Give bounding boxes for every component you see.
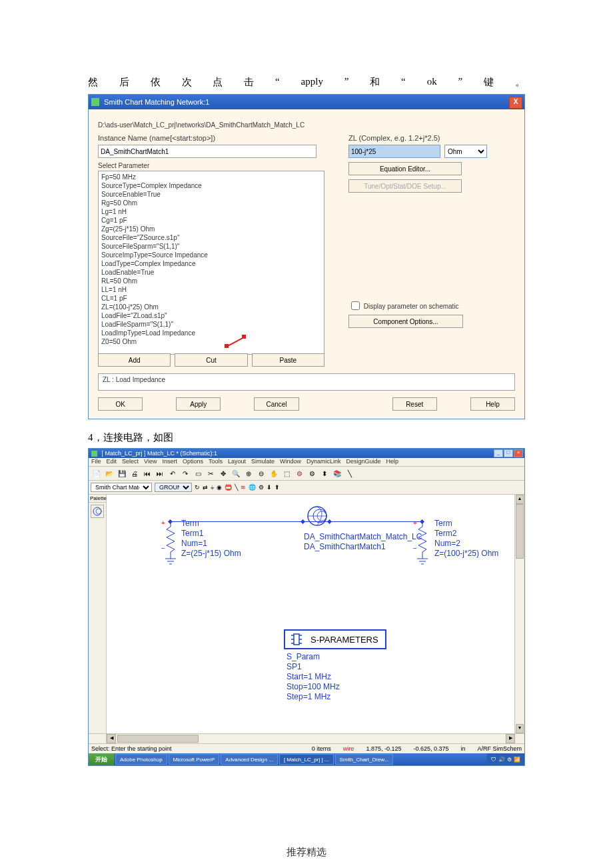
sim-icon[interactable]: ⚙ — [293, 467, 305, 479]
zl-unit-select[interactable]: Ohm — [444, 145, 487, 158]
status-items: 0 items — [312, 745, 331, 752]
undo-icon[interactable]: ↶ — [167, 467, 179, 479]
menu-insert[interactable]: Insert — [162, 458, 177, 466]
close-icon[interactable]: × — [514, 449, 523, 457]
menu-file[interactable]: File — [91, 458, 101, 466]
scroll-left-icon[interactable]: ◀ — [107, 734, 116, 743]
tray-icon[interactable]: 🔊 — [498, 757, 505, 763]
menu-edit[interactable]: Edit — [107, 458, 117, 466]
menu-layout[interactable]: Layout — [228, 458, 246, 466]
minimize-icon[interactable]: _ — [494, 449, 503, 457]
redo-icon[interactable]: ↷ — [179, 467, 191, 479]
system-tray[interactable]: 🛡 🔊 ⚙ 📶 — [487, 753, 524, 765]
tune-icon[interactable]: ⬍ — [318, 467, 330, 479]
reset-button[interactable]: Reset — [392, 397, 437, 411]
open-icon[interactable]: 📂 — [103, 467, 115, 479]
push-icon[interactable]: ⬇ — [267, 484, 272, 491]
fit-icon[interactable]: ⬚ — [281, 467, 293, 479]
status-left: Select: Enter the starting point — [91, 745, 172, 752]
schematic-canvas[interactable]: + − Term Term1 Num=1 Z=(25-j*15) Ohm — [107, 495, 514, 733]
task-item-active[interactable]: [ Match_LC_prj ] ... — [279, 754, 334, 765]
zl-value-input[interactable] — [348, 145, 440, 158]
component-options-button[interactable]: Component Options... — [348, 315, 463, 328]
ok-button[interactable]: OK — [98, 397, 143, 411]
menu-tools[interactable]: Tools — [209, 458, 223, 466]
new-icon[interactable]: 📄 — [91, 467, 103, 479]
vertical-scrollbar[interactable]: ▲ ▼ — [514, 495, 524, 733]
tray-icon[interactable]: 📶 — [514, 757, 520, 763]
menu-select[interactable]: Select — [122, 458, 139, 466]
apply-button[interactable]: Apply — [176, 397, 221, 411]
schematic-titlebar[interactable]: [ Match_LC_prj ] Match_LC * (Schematic):… — [89, 449, 524, 458]
menu-window[interactable]: Window — [280, 458, 301, 466]
cancel-button[interactable]: Cancel — [254, 397, 299, 411]
horizontal-scrollbar[interactable]: ◀ ▶ — [89, 733, 524, 743]
add-button[interactable]: Add — [98, 353, 171, 367]
palette-combo[interactable]: Smith Chart Matching — [91, 483, 152, 492]
zoom-icon[interactable]: 🔍 — [230, 467, 242, 479]
name-icon[interactable]: 📛 — [225, 484, 232, 491]
task-item[interactable]: Microsoft PowerP — [169, 754, 220, 765]
display-param-checkbox[interactable] — [351, 301, 360, 310]
menu-designguide[interactable]: DesignGuide — [346, 458, 381, 466]
rect-icon[interactable]: ▭ — [192, 467, 204, 479]
task-item[interactable]: Smith_Chart_Drew... — [335, 754, 394, 765]
zoomin-icon[interactable]: ⊕ — [243, 467, 255, 479]
close-icon[interactable]: X — [509, 97, 522, 109]
end2-icon[interactable]: ⏭ — [154, 467, 166, 479]
parameter-listbox[interactable]: Fp=50 MHz SourceType=Complex Impedance S… — [98, 171, 324, 355]
menu-options[interactable]: Options — [183, 458, 203, 466]
status-coord1: 1.875, -0.125 — [366, 745, 401, 752]
move-icon[interactable]: ✥ — [217, 467, 229, 479]
sparam-icon — [288, 632, 305, 647]
save-icon[interactable]: 💾 — [116, 467, 128, 479]
equation-editor-button[interactable]: Equation Editor... — [348, 162, 462, 175]
scroll-down-icon[interactable]: ▼ — [516, 724, 524, 733]
wire2-icon[interactable]: ╲ — [235, 484, 238, 491]
instance-name-input[interactable] — [98, 145, 316, 158]
scroll-up-icon[interactable]: ▲ — [516, 495, 524, 504]
menu-dynamiclink[interactable]: DynamicLink — [306, 458, 341, 466]
zoomout-icon[interactable]: ⊖ — [255, 467, 267, 479]
port-icon[interactable]: ◉ — [217, 484, 222, 491]
cut-button[interactable]: Cut — [175, 353, 247, 367]
gear2-icon[interactable]: ⚙ — [259, 484, 264, 491]
scroll-right-icon[interactable]: ▶ — [506, 734, 515, 743]
rotate-icon[interactable]: ↻ — [195, 484, 200, 491]
pop-icon[interactable]: ⬆ — [275, 484, 280, 491]
svg-text:−: − — [413, 545, 417, 552]
paste-button[interactable]: Paste — [252, 353, 324, 367]
var-icon[interactable]: ≋ — [241, 484, 246, 491]
mirror-icon[interactable]: ⇄ — [203, 484, 208, 491]
task-item[interactable]: Advanced Design ... — [221, 754, 278, 765]
palette-panel: Palette — [89, 495, 107, 733]
start-button[interactable]: 开始 — [89, 753, 114, 765]
status-unit: in — [460, 745, 465, 752]
end-icon[interactable]: ⏮ — [141, 467, 153, 479]
print-icon[interactable]: 🖨 — [129, 467, 141, 479]
menu-help[interactable]: Help — [386, 458, 399, 466]
component-combo[interactable]: GROUND — [155, 483, 192, 492]
smith-palette-icon[interactable] — [91, 505, 104, 518]
schematic-title: [ Match_LC_prj ] Match_LC * (Schematic):… — [102, 450, 218, 457]
task-item[interactable]: Adobe Photoshop — [115, 754, 167, 765]
menu-view[interactable]: View — [144, 458, 157, 466]
gear-icon[interactable]: ⚙ — [306, 467, 318, 479]
tray-icon[interactable]: 🛡 — [491, 757, 496, 763]
scroll-thumb-h[interactable] — [117, 735, 199, 743]
menubar: File Edit Select View Insert Options Too… — [89, 458, 524, 467]
dialog-titlebar[interactable]: Smith Chart Matching Network:1 X — [89, 95, 524, 109]
help-button[interactable]: Help — [470, 397, 515, 411]
ground-icon[interactable]: ⏚ — [211, 484, 214, 491]
cut-icon[interactable]: ✂ — [205, 467, 217, 479]
scroll-thumb-v[interactable] — [516, 504, 524, 559]
maximize-icon[interactable]: □ — [504, 449, 513, 457]
tune-opt-button: Tune/Opt/Stat/DOE Setup... — [348, 179, 462, 193]
lib-icon[interactable]: 📚 — [331, 467, 343, 479]
pan-icon[interactable]: ✋ — [268, 467, 280, 479]
tray-icon[interactable]: ⚙ — [507, 757, 512, 763]
globe-icon[interactable]: 🌐 — [249, 484, 256, 491]
menu-simulate[interactable]: Simulate — [251, 458, 275, 466]
term1-symbol: + − — [161, 520, 181, 573]
wire-icon[interactable]: ╲ — [344, 467, 356, 479]
